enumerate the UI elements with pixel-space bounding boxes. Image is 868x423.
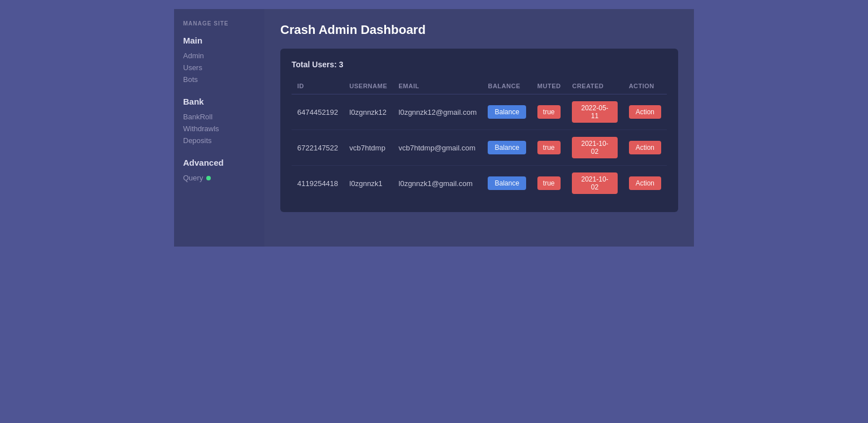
app-container: MANAGE SITE Main Admin Users Bots Bank B… <box>174 9 694 247</box>
date-button-1[interactable]: 2021-10-02 <box>572 137 617 158</box>
main-content: Crash Admin Dashboard Total Users: 3 ID … <box>264 9 694 247</box>
col-id: ID <box>292 78 344 94</box>
sidebar-section-bank: Bank BankRoll Withdrawls Deposits <box>183 97 255 146</box>
sidebar-item-bots[interactable]: Bots <box>183 74 255 85</box>
cell-email-0: l0zgnnzk12@gmail.com <box>393 94 482 130</box>
cell-balance-0: Balance <box>482 94 531 130</box>
balance-button-0[interactable]: Balance <box>488 105 526 119</box>
sidebar-section-main: Main Admin Users Bots <box>183 36 255 85</box>
users-table-card: Total Users: 3 ID USERNAME EMAIL BALANCE… <box>280 49 678 212</box>
cell-balance-2: Balance <box>482 166 531 201</box>
col-muted: MUTED <box>532 78 567 94</box>
table-row: 4119254418 l0zgnnzk1 l0zgnnzk1@gmail.com… <box>292 166 667 201</box>
sidebar-item-withdrawls[interactable]: Withdrawls <box>183 123 255 135</box>
cell-created-0: 2022-05-11 <box>566 94 623 130</box>
col-created: CREATED <box>566 78 623 94</box>
sidebar-section-title-advanced: Advanced <box>183 158 255 167</box>
sidebar-item-admin[interactable]: Admin <box>183 50 255 62</box>
col-balance: BALANCE <box>482 78 531 94</box>
sidebar-item-users[interactable]: Users <box>183 62 255 74</box>
query-status-dot <box>206 176 211 180</box>
users-table: ID USERNAME EMAIL BALANCE MUTED CREATED … <box>292 78 667 201</box>
sidebar-item-query[interactable]: Query <box>183 172 255 184</box>
balance-button-2[interactable]: Balance <box>488 176 526 190</box>
cell-email-1: vcb7htdmp@gmail.com <box>393 130 482 166</box>
cell-muted-0: true <box>532 94 567 130</box>
muted-button-1[interactable]: true <box>537 141 561 154</box>
table-row: 6722147522 vcb7htdmp vcb7htdmp@gmail.com… <box>292 130 667 166</box>
cell-action-0: Action <box>623 94 667 130</box>
cell-muted-1: true <box>532 130 567 166</box>
col-action: ACTION <box>623 78 667 94</box>
cell-id-2: 4119254418 <box>292 166 344 201</box>
balance-button-1[interactable]: Balance <box>488 141 526 154</box>
muted-button-2[interactable]: true <box>537 176 561 190</box>
cell-created-1: 2021-10-02 <box>566 130 623 166</box>
muted-button-0[interactable]: true <box>537 105 561 119</box>
action-button-2[interactable]: Action <box>629 176 661 190</box>
sidebar-section-title-bank: Bank <box>183 97 255 106</box>
sidebar: MANAGE SITE Main Admin Users Bots Bank B… <box>174 9 264 247</box>
cell-username-1: vcb7htdmp <box>344 130 393 166</box>
cell-username-0: l0zgnnzk12 <box>344 94 393 130</box>
cell-id-0: 6474452192 <box>292 94 344 130</box>
col-email: EMAIL <box>393 78 482 94</box>
cell-action-1: Action <box>623 130 667 166</box>
cell-username-2: l0zgnnzk1 <box>344 166 393 201</box>
action-button-0[interactable]: Action <box>629 105 661 119</box>
cell-action-2: Action <box>623 166 667 201</box>
col-username: USERNAME <box>344 78 393 94</box>
table-header-row: ID USERNAME EMAIL BALANCE MUTED CREATED … <box>292 78 667 94</box>
total-users-label: Total Users: 3 <box>292 60 667 69</box>
cell-email-2: l0zgnnzk1@gmail.com <box>393 166 482 201</box>
sidebar-section-advanced: Advanced Query <box>183 158 255 184</box>
sidebar-item-deposits[interactable]: Deposits <box>183 135 255 146</box>
cell-balance-1: Balance <box>482 130 531 166</box>
date-button-0[interactable]: 2022-05-11 <box>572 101 617 123</box>
cell-id-1: 6722147522 <box>292 130 344 166</box>
sidebar-section-title-main: Main <box>183 36 255 45</box>
manage-site-label: MANAGE SITE <box>183 20 255 27</box>
action-button-1[interactable]: Action <box>629 141 661 154</box>
sidebar-item-bankroll[interactable]: BankRoll <box>183 111 255 123</box>
table-row: 6474452192 l0zgnnzk12 l0zgnnzk12@gmail.c… <box>292 94 667 130</box>
cell-created-2: 2021-10-02 <box>566 166 623 201</box>
cell-muted-2: true <box>532 166 567 201</box>
page-title: Crash Admin Dashboard <box>280 23 678 37</box>
date-button-2[interactable]: 2021-10-02 <box>572 172 617 194</box>
